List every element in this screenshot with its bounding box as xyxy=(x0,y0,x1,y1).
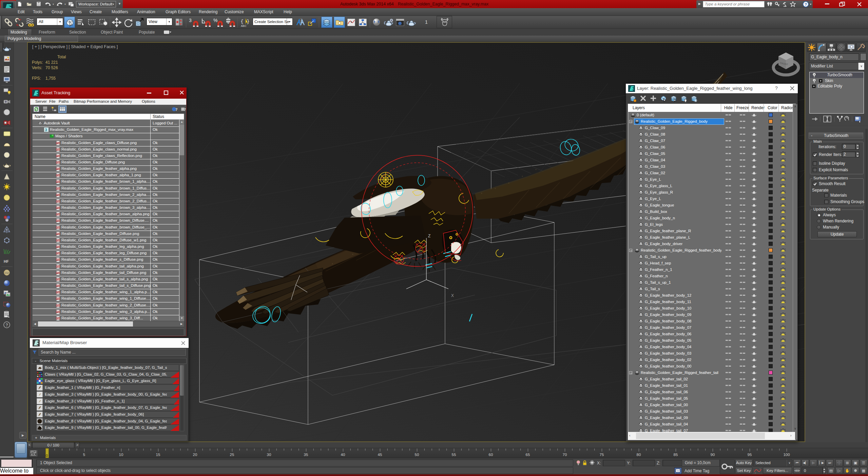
svg-text:PNG: PNG xyxy=(56,200,60,202)
svg-text:25: 25 xyxy=(230,453,234,457)
svg-text:10: 10 xyxy=(119,453,123,457)
svg-text:?: ? xyxy=(184,107,186,112)
svg-text:20: 20 xyxy=(193,453,197,457)
svg-text:95: 95 xyxy=(748,453,752,457)
svg-text:PNG: PNG xyxy=(56,187,60,190)
svg-text:PNG: PNG xyxy=(56,181,60,183)
svg-text:X: X xyxy=(451,293,454,298)
svg-text:PNG: PNG xyxy=(56,291,60,293)
svg-text:100: 100 xyxy=(783,453,790,457)
svg-text:?: ? xyxy=(6,323,8,328)
svg-text:3: 3 xyxy=(189,18,192,23)
svg-text:3: 3 xyxy=(45,128,47,132)
svg-text:PNG: PNG xyxy=(56,246,60,248)
svg-text:PNG: PNG xyxy=(56,174,60,176)
svg-text:PNG: PNG xyxy=(56,252,60,254)
svg-text:75: 75 xyxy=(600,453,604,457)
svg-text:5: 5 xyxy=(83,453,85,457)
svg-text:PNG: PNG xyxy=(56,155,60,157)
svg-text:45: 45 xyxy=(378,453,382,457)
svg-text:PNG: PNG xyxy=(56,285,60,287)
svg-text:PNG: PNG xyxy=(56,259,60,261)
svg-text:65: 65 xyxy=(526,453,530,457)
svg-text:PNG: PNG xyxy=(56,213,60,215)
svg-text:PNG: PNG xyxy=(56,298,60,300)
svg-text:35: 35 xyxy=(304,453,308,457)
svg-text:%: % xyxy=(213,18,217,23)
svg-text:PNG: PNG xyxy=(56,207,60,209)
svg-text:?: ? xyxy=(805,2,807,6)
svg-text:PNG: PNG xyxy=(56,148,60,151)
svg-text:PNG: PNG xyxy=(56,220,60,222)
svg-text:PNG: PNG xyxy=(56,226,60,229)
svg-text:PNG: PNG xyxy=(56,311,60,313)
svg-text:PNG: PNG xyxy=(56,233,60,235)
svg-text:PNG: PNG xyxy=(56,239,60,241)
svg-text:50: 50 xyxy=(415,453,419,457)
svg-text:ABC: ABC xyxy=(241,24,247,27)
svg-text:PNG: PNG xyxy=(56,194,60,196)
svg-text:60: 60 xyxy=(489,453,493,457)
svg-text:80: 80 xyxy=(637,453,641,457)
svg-text:PNG: PNG xyxy=(56,142,60,144)
svg-text:{ }: { } xyxy=(240,19,250,25)
svg-text:PNG: PNG xyxy=(56,265,60,267)
svg-text:?: ? xyxy=(175,107,178,112)
svg-text:PNG: PNG xyxy=(56,161,60,163)
svg-text:PNG: PNG xyxy=(56,168,60,170)
svg-text:Z: Z xyxy=(428,234,430,238)
svg-text:HF: HF xyxy=(4,259,9,263)
svg-text:40: 40 xyxy=(341,453,345,457)
svg-text:PNG: PNG xyxy=(56,278,60,280)
svg-text:70: 70 xyxy=(563,453,567,457)
svg-text:55: 55 xyxy=(452,453,456,457)
svg-text:O2: O2 xyxy=(5,271,9,275)
svg-text:PNG: PNG xyxy=(56,272,60,274)
svg-text:85: 85 xyxy=(674,453,678,457)
svg-text:PNG: PNG xyxy=(56,317,60,319)
svg-text:90: 90 xyxy=(711,453,715,457)
svg-text:15: 15 xyxy=(156,453,160,457)
svg-text:PNG: PNG xyxy=(56,304,60,306)
svg-text:30: 30 xyxy=(267,453,271,457)
